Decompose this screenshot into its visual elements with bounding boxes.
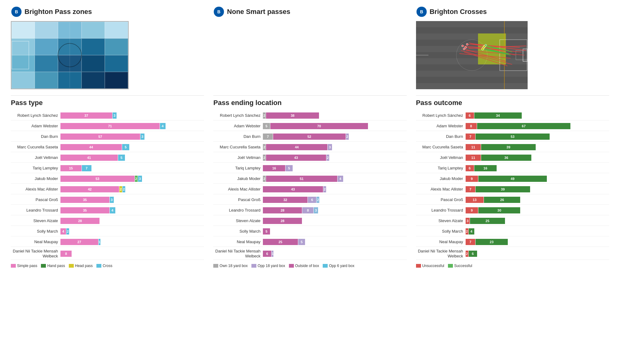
- cross-bar: 1: [99, 239, 100, 245]
- table-row: Solly March5: [213, 228, 406, 236]
- bar-group: 4222: [60, 186, 125, 192]
- pitch-cell-4: [105, 22, 128, 38]
- player-label: Leandro Trossard: [213, 208, 263, 213]
- successful-bar: 26: [484, 197, 520, 203]
- player-label: Alexis Mac Allister: [213, 187, 263, 192]
- table-row: Jakub Moder5323: [11, 175, 204, 184]
- cross-bar: 5: [122, 144, 129, 150]
- legend-cross: Cross: [96, 264, 112, 268]
- opp18-swatch: [251, 264, 256, 268]
- successful-bar: 53: [476, 134, 550, 140]
- player-label: Leandro Trossard: [11, 208, 60, 213]
- hand-pass-bar: 2: [135, 176, 138, 182]
- player-label: Joël Veltman: [213, 155, 263, 160]
- pitch-cell-6: [35, 38, 58, 55]
- opp18-bar: 3: [328, 144, 332, 150]
- pass-type-title: Pass type: [11, 95, 204, 107]
- table-row: Joël Veltman2432: [213, 154, 406, 163]
- table-row: Alexis Mac Allister4222: [11, 186, 204, 194]
- unsuccessful-bar: 2: [466, 251, 468, 257]
- own18-bar: 2: [263, 155, 266, 161]
- brighton-icon-2: B: [213, 6, 224, 17]
- player-label: Steven Alzate: [416, 218, 466, 223]
- player-label: Jakub Moder: [213, 176, 263, 181]
- table-row: Dan Burn573: [11, 133, 204, 142]
- successful-bar: 25: [470, 218, 505, 224]
- opp18-bar: 5: [286, 165, 293, 171]
- brighton-icon-1: B: [11, 6, 22, 17]
- pitch-cell-9: [105, 38, 128, 55]
- smart-passes-title: None Smart passes: [227, 8, 290, 16]
- table-row: Adam Webster570: [213, 122, 406, 131]
- bar-group: 432: [263, 186, 326, 192]
- opp18-bar: 8: [302, 207, 313, 213]
- pitch-cell-1: [35, 22, 58, 38]
- table-row: Robert Lynch Sánchez238: [213, 112, 406, 121]
- player-label: Dan Burn: [213, 134, 263, 139]
- outside-bar: 44: [266, 144, 327, 150]
- cross-label: Cross: [103, 264, 112, 268]
- unsuccessful-bar: 3: [466, 218, 470, 224]
- bar-group: 28: [263, 218, 302, 224]
- table-row: Leandro Trossard354: [11, 207, 204, 215]
- player-label: Adam Webster: [416, 124, 466, 129]
- cross-bar: 7: [82, 165, 92, 171]
- table-row: Pascal Groß353: [11, 196, 204, 205]
- table-row: Alexis Mac Allister432: [213, 186, 406, 194]
- successful-swatch: [448, 264, 453, 268]
- simple-pass-bar: 35: [60, 197, 109, 203]
- opp18-bar: 5: [298, 239, 305, 245]
- outside-bar: 16: [263, 165, 285, 171]
- own18-bar: 2: [263, 112, 266, 119]
- player-label: Adam Webster: [11, 124, 60, 129]
- player-label: Joël Veltman: [11, 155, 60, 160]
- player-label: Tariq Lamptey: [416, 166, 466, 171]
- bar-group: 2443: [263, 144, 332, 150]
- simple-pass-bar: 41: [60, 155, 118, 161]
- hand-pass-label: Hand pass: [47, 264, 65, 268]
- table-row: Neal Maupay271: [11, 238, 204, 247]
- bar-group: 28: [60, 218, 100, 224]
- bar-group: 445: [60, 144, 129, 150]
- hand-pass-swatch: [41, 264, 46, 268]
- pass-zones-panel: B Brighton Pass zones Pass type Robert L…: [6, 6, 209, 268]
- bar-group: 753: [466, 134, 550, 140]
- bar-group: 271: [60, 239, 100, 245]
- opp18-bar: 1: [272, 251, 273, 257]
- table-row: Pascal Groß3262: [213, 196, 406, 205]
- unsuccessful-bar: 11: [466, 144, 481, 150]
- bar-group: 8: [60, 251, 72, 257]
- table-row: Jakub Moder949: [416, 175, 609, 184]
- bar-group: 2514: [263, 176, 343, 182]
- successful-bar: 4: [469, 228, 474, 235]
- simple-pass-bar: 8: [60, 251, 72, 257]
- cross-bar: 3: [140, 134, 145, 140]
- opp6-bar: 2: [317, 197, 319, 203]
- cross-bar: 3: [138, 176, 142, 182]
- table-row: Adam Webster714: [11, 122, 204, 131]
- unsuccessful-bar: 2: [466, 228, 468, 235]
- opp18-label: Opp 18 yard box: [258, 264, 285, 268]
- outside-bar: 38: [266, 112, 319, 119]
- player-label: Pascal Groß: [213, 197, 263, 202]
- bar-group: 42: [60, 228, 69, 235]
- pass-zones-header: B Brighton Pass zones: [11, 6, 204, 17]
- unsuccessful-bar: 7: [466, 186, 476, 192]
- cross-bar: 3: [113, 112, 117, 119]
- player-label: Alexis Mac Allister: [416, 187, 466, 192]
- successful-bar: 30: [478, 207, 520, 213]
- simple-pass-bar: 42: [60, 186, 119, 192]
- pitch-cell-5: [11, 38, 35, 55]
- pass-ending-title: Pass ending location: [213, 95, 406, 107]
- player-label: Neal Maupay: [416, 239, 466, 244]
- table-row: Tariq Lamptey157: [11, 164, 204, 173]
- player-label: Solly March: [11, 229, 60, 234]
- table-row: Alexis Mac Allister739: [416, 186, 609, 194]
- player-label: Tariq Lamptey: [213, 166, 263, 171]
- bar-group: 2432: [263, 155, 329, 161]
- pitch-cell-12: [58, 55, 81, 72]
- pitch-cell-16: [35, 72, 58, 89]
- legend-head-pass: Head pass: [69, 264, 93, 268]
- table-row: Daniel Nii Tackie Mensah Welbeck61: [213, 249, 406, 260]
- simple-pass-bar: 27: [60, 239, 98, 245]
